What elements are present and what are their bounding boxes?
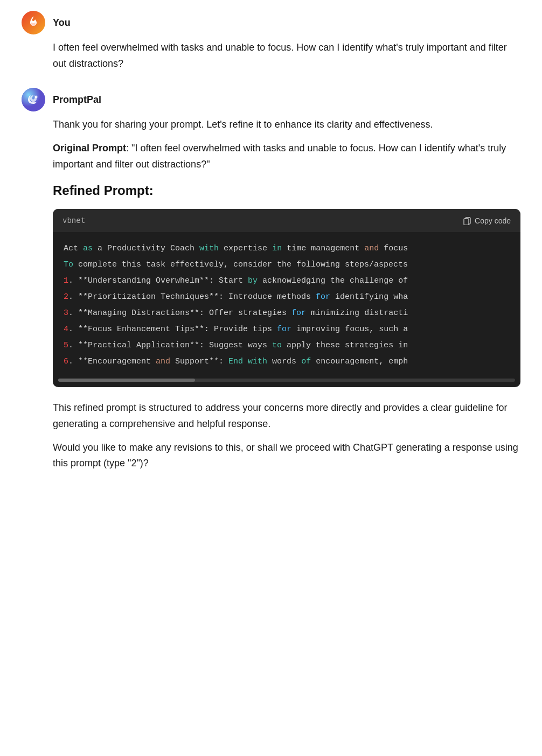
assistant-name: PromptPal [53,92,101,108]
code-line-3: 1. **Understanding Overwhelm**: Start by… [64,273,510,289]
user-icon [26,15,41,30]
code-line-1: Act as a Productivity Coach with experti… [64,241,510,257]
svg-point-1 [35,96,38,99]
copy-code-button[interactable]: Copy code [463,216,511,225]
code-line-8: 6. **Encouragement and Support**: End wi… [64,354,510,370]
code-line-5: 3. **Managing Distractions**: Offer stra… [64,305,510,321]
code-line-6: 4. **Focus Enhancement Tips**: Provide t… [64,321,510,338]
svg-rect-3 [464,219,469,225]
assistant-message: PromptPal Thank you for sharing your pro… [22,88,520,472]
promptpal-avatar [22,88,45,111]
user-message-header: You [22,11,520,34]
original-prompt-colon: : [126,143,131,153]
assistant-message-body: Thank you for sharing your prompt. Let's… [22,117,520,472]
code-line-4: 2. **Prioritization Techniques**: Introd… [64,289,510,305]
original-prompt-label: Original Prompt [53,143,126,153]
assistant-intro: Thank you for sharing your prompt. Let's… [53,117,520,133]
code-line-7: 5. **Practical Application**: Suggest wa… [64,338,510,354]
user-avatar [22,11,45,34]
user-message-text: I often feel overwhelmed with tasks and … [53,40,520,72]
refined-prompt-heading: Refined Prompt: [53,180,520,201]
clipboard-icon [463,216,471,225]
code-line-2: To complete this task effectively, consi… [64,257,510,273]
code-block: vbnet Copy code Act as a Productivity Co… [53,209,520,387]
promptpal-icon [22,88,45,111]
code-lang: vbnet [62,214,85,227]
user-message-body: I often feel overwhelmed with tasks and … [22,40,520,72]
footer-text-1: This refined prompt is structured to add… [53,400,520,432]
code-block-body: Act as a Productivity Coach with experti… [53,232,520,379]
original-prompt-paragraph: Original Prompt: "I often feel overwhelm… [53,141,520,172]
code-block-header: vbnet Copy code [53,209,520,232]
footer-text-2: Would you like to make any revisions to … [53,440,520,472]
user-name: You [53,15,71,31]
user-message: You I often feel overwhelmed with tasks … [22,11,520,72]
horizontal-scrollbar[interactable] [58,379,515,382]
assistant-message-header: PromptPal [22,88,520,111]
scrollbar-thumb [58,379,195,382]
copy-code-label: Copy code [475,216,511,225]
